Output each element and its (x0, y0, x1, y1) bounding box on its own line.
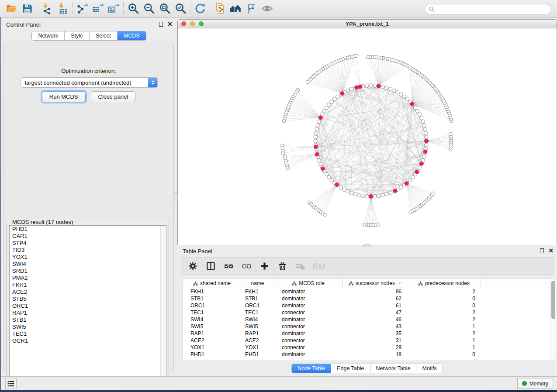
cell-shared-name[interactable]: FKH1 (183, 288, 241, 295)
cell-shared-name[interactable]: PHD1 (183, 351, 241, 358)
result-item[interactable]: YOX1 (10, 254, 166, 261)
column-header-predecessor-nodes[interactable]: predecessor nodes (407, 279, 481, 288)
table-row[interactable]: RAP1RAP1dominator352 (183, 330, 554, 337)
table-row[interactable]: PHD1PHD1dominator180 (183, 351, 554, 358)
result-item[interactable]: PHD1 (10, 226, 166, 233)
settings-button[interactable] (187, 261, 198, 271)
cell-successor-nodes[interactable]: 47 (343, 309, 407, 316)
add-row-button[interactable] (259, 261, 270, 271)
tab-edge-table[interactable]: Edge Table (331, 364, 370, 373)
float-panel-icon[interactable] (159, 22, 163, 27)
export-table-button[interactable] (90, 1, 106, 16)
style-flag-button[interactable] (243, 1, 259, 16)
cell-predecessor-nodes[interactable]: 0 (407, 295, 481, 302)
cell-name[interactable]: STB1 (241, 295, 274, 302)
table-row[interactable]: YOX1YOX1connector291 (183, 344, 554, 351)
run-mcds-button[interactable]: Run MCDS (42, 91, 86, 102)
cell-name[interactable]: ORC1 (241, 302, 274, 309)
network-canvas[interactable] (178, 28, 557, 245)
result-list-scrollbar[interactable] (160, 226, 166, 380)
result-item[interactable]: TID3 (10, 247, 166, 254)
tab-network-table[interactable]: Network Table (370, 364, 417, 373)
open-folder-button[interactable] (3, 1, 19, 16)
cell-MCDS-role[interactable]: connector (274, 337, 343, 344)
cell-name[interactable]: PHD1 (241, 351, 274, 358)
zoom-in-button[interactable] (125, 1, 141, 16)
result-item[interactable]: PMA2 (10, 275, 166, 282)
search-input[interactable] (435, 5, 551, 14)
zoom-fit-button[interactable] (157, 1, 173, 16)
cell-name[interactable]: RAP1 (241, 330, 274, 337)
cell-shared-name[interactable]: STB1 (183, 295, 241, 302)
import-network-button[interactable] (39, 1, 55, 16)
tab-mcds[interactable]: MCDS (118, 31, 146, 40)
optimization-dropdown[interactable]: largest connected component (undirected) (21, 77, 158, 88)
horizontal-splitter-handle[interactable] (363, 244, 370, 247)
result-item[interactable]: STP4 (10, 240, 166, 247)
mcds-result-list[interactable]: PHD1CAR1STP4TID3YOX1SWI4SRD1PMA2FKH1ACE2… (9, 225, 166, 381)
import-table-button[interactable] (55, 1, 70, 16)
result-item[interactable]: TEC1 (10, 330, 166, 337)
result-item[interactable]: SRD1 (10, 268, 166, 275)
cell-MCDS-role[interactable]: dominator (274, 302, 343, 309)
cell-MCDS-role[interactable]: dominator (274, 330, 343, 337)
result-item[interactable]: SWI4 (10, 261, 166, 268)
result-item[interactable]: CAR1 (10, 233, 166, 240)
cell-successor-nodes[interactable]: 29 (343, 344, 407, 351)
result-item[interactable]: ORC1 (10, 303, 166, 309)
result-item[interactable]: FKH1 (10, 282, 166, 289)
result-item[interactable]: STB5 (10, 296, 166, 303)
memory-button[interactable]: Memory (517, 378, 553, 389)
cell-shared-name[interactable]: SWI5 (183, 323, 241, 330)
task-history-button[interactable] (5, 378, 17, 389)
tab-motifs[interactable]: Motifs (416, 364, 442, 373)
cell-successor-nodes[interactable]: 96 (343, 288, 407, 295)
result-item[interactable]: RAP1 (10, 309, 166, 316)
cell-MCDS-role[interactable]: connector (274, 309, 343, 316)
cell-predecessor-nodes[interactable]: 0 (407, 351, 481, 358)
cell-MCDS-role[interactable]: connector (274, 344, 343, 351)
result-item[interactable]: SWI5 (10, 323, 166, 330)
cell-name[interactable]: YOX1 (241, 344, 274, 351)
table-row[interactable]: TEC1TEC1connector472 (183, 309, 554, 316)
cell-predecessor-nodes[interactable]: 1 (407, 337, 481, 344)
column-header-MCDS-role[interactable]: MCDS role (274, 279, 343, 288)
cell-shared-name[interactable]: ACE2 (183, 337, 241, 344)
table-row[interactable]: ACE2ACE2connector311 (183, 337, 554, 344)
select-all-button[interactable] (223, 261, 234, 271)
cell-shared-name[interactable]: SWI4 (183, 316, 241, 323)
refresh-button[interactable] (192, 1, 208, 16)
network-document-button[interactable] (212, 1, 228, 16)
cell-shared-name[interactable]: RAP1 (183, 330, 241, 337)
cell-predecessor-nodes[interactable]: 2 (407, 330, 481, 337)
cell-predecessor-nodes[interactable]: 2 (407, 316, 481, 323)
cell-predecessor-nodes[interactable]: 2 (407, 288, 481, 295)
search-box[interactable] (425, 4, 551, 14)
cell-name[interactable]: SWI4 (241, 316, 274, 323)
vertical-splitter-handle[interactable] (174, 193, 178, 200)
cell-MCDS-role[interactable]: dominator (274, 288, 343, 295)
column-header-shared-name[interactable]: shared name (183, 279, 241, 288)
table-row[interactable]: FKH1FKH1dominator962 (183, 288, 554, 295)
cell-shared-name[interactable]: TEC1 (183, 309, 241, 316)
result-item[interactable]: STB1 (10, 316, 166, 323)
cell-MCDS-role[interactable]: dominator (274, 295, 343, 302)
table-row[interactable]: SWI4SWI4dominator462 (183, 316, 554, 323)
result-item[interactable]: ACE2 (10, 289, 166, 296)
cell-name[interactable]: FKH1 (241, 288, 274, 295)
column-header-successor-nodes[interactable]: successor nodes˅ (343, 279, 407, 288)
network-window-titlebar[interactable]: YPA_prune.txt_1 (178, 20, 557, 28)
cell-predecessor-nodes[interactable]: 2 (407, 309, 481, 316)
table-scrollbar[interactable] (550, 278, 556, 361)
close-table-panel-icon[interactable]: ✕ (548, 248, 554, 253)
cell-shared-name[interactable]: ORC1 (183, 302, 241, 309)
cell-successor-nodes[interactable]: 35 (343, 330, 407, 337)
table-row[interactable]: STB1STB1dominator620 (183, 295, 554, 302)
zoom-selected-button[interactable] (173, 1, 188, 16)
close-panel-icon[interactable]: ✕ (167, 22, 173, 27)
cell-name[interactable]: ACE2 (241, 337, 274, 344)
cell-shared-name[interactable]: YOX1 (183, 344, 241, 351)
table-row[interactable]: ORC1ORC1dominator610 (183, 302, 554, 309)
tab-select[interactable]: Select (90, 31, 118, 40)
tab-style[interactable]: Style (65, 31, 90, 40)
